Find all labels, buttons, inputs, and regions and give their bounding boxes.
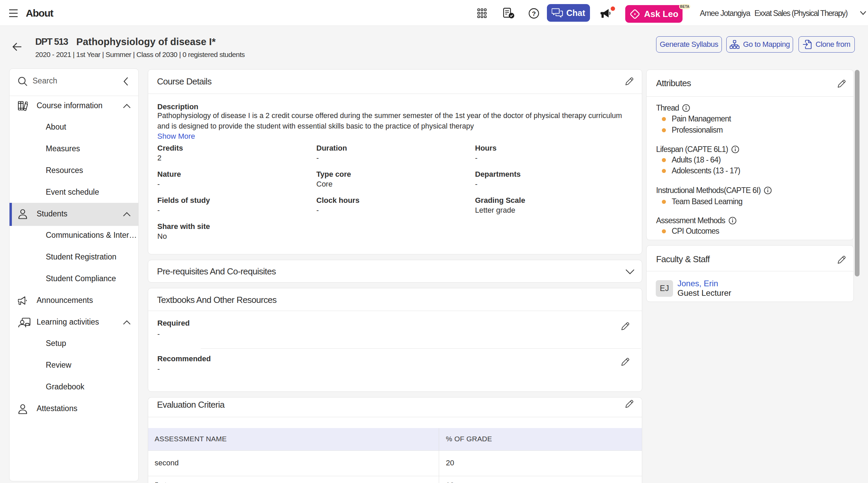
svg-text:?: ?: [532, 10, 536, 17]
